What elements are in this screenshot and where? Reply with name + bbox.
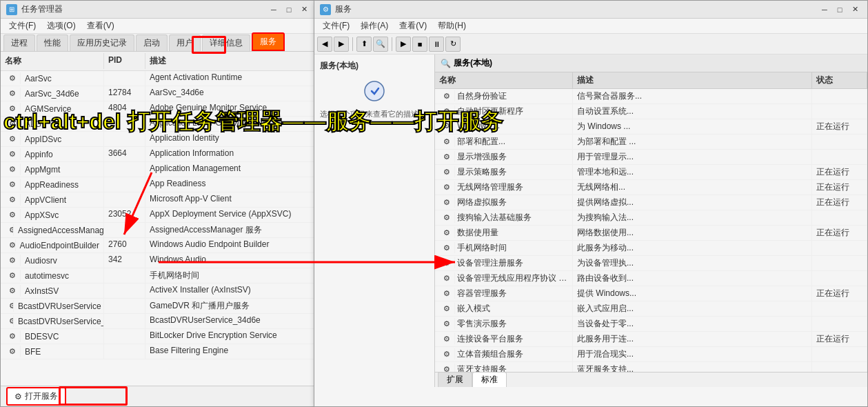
toolbar-pause[interactable]: ⏸	[429, 37, 444, 52]
maximize-button[interactable]: □	[282, 4, 296, 15]
services-minimize-button[interactable]: ─	[818, 4, 831, 15]
list-item[interactable]: ⚙显示策略服务 管理本地和远... 正在运行	[435, 165, 867, 180]
row-gear-icon: ⚙	[5, 270, 21, 281]
list-item[interactable]: ⚙搜狗输入法基础服务 为搜狗输入法...	[435, 210, 867, 226]
table-row[interactable]: ⚙AarSvc Agent Activation Runtime	[1, 71, 316, 86]
svc-status	[812, 135, 867, 149]
svc-menu-help[interactable]: 帮助(H)	[432, 19, 472, 33]
table-row[interactable]: ⚙AGMService 4804 Adobe Genuine Monitor S…	[1, 101, 316, 117]
toolbar-play[interactable]: ▶	[396, 37, 411, 52]
services-titlebar: ⚙ 服务 ─ □ ✕	[314, 1, 867, 19]
tab-standard[interactable]: 标准	[472, 372, 507, 387]
svc-menu-action[interactable]: 操作(A)	[355, 19, 394, 33]
toolbar-forward[interactable]: ▶	[334, 37, 349, 52]
table-row[interactable]: ⚙AarSvc_34d6e 12784 AarSvc_34d6e	[1, 86, 316, 101]
row-gear-icon: ⚙	[5, 315, 14, 327]
list-item[interactable]: ⚙零售演示服务 当设备处于零...	[435, 317, 867, 332]
tab-details[interactable]: 详细信息	[202, 34, 250, 51]
table-row[interactable]: ⚙BcastDVRUserService GameDVR 和广播用户服务	[1, 299, 316, 314]
svc-gear-icon: ⚙	[439, 272, 455, 284]
table-row[interactable]: ⚙BcastDVRUserService_34... BcastDVRUserS…	[1, 314, 316, 329]
tab-performance[interactable]: 性能	[37, 34, 68, 51]
tab-users[interactable]: 用户	[169, 34, 201, 51]
svc-status	[812, 347, 867, 361]
svc-menu-view[interactable]: 查看(V)	[394, 19, 432, 33]
svc-gear-icon: ⚙	[439, 348, 455, 359]
svc-gear-icon: ⚙	[439, 333, 455, 344]
table-row[interactable]: ⚙autotimesvc 手机网络时间	[1, 268, 316, 284]
open-services-button[interactable]: ⚙ 打开服务	[6, 387, 66, 406]
list-item[interactable]: ⚙数据使用量 网络数据使用... 正在运行	[435, 226, 867, 241]
row-gear-icon: ⚙	[5, 148, 21, 160]
list-item[interactable]: ⚙自动时区更新程序 自动设置系统...	[435, 104, 867, 119]
svc-name: ⚙Windows ...	[435, 119, 573, 134]
list-item[interactable]: ⚙显示增强服务 用于管理显示...	[435, 150, 867, 165]
table-row[interactable]: ⚙AppReadiness App Readiness	[1, 177, 316, 192]
table-row[interactable]: ⚙AxInstSV ActiveX Installer (AxInstSV)	[1, 284, 316, 299]
tab-apphistory[interactable]: 应用历史记录	[70, 34, 134, 51]
table-row[interactable]: ⚙Appinfo 3664 Application Information	[1, 147, 316, 162]
table-row[interactable]: ⚙AppXSvc 23052 AppX Deployment Service (…	[1, 208, 316, 223]
list-item[interactable]: ⚙网络虚拟服务 提供网络虚拟... 正在运行	[435, 195, 867, 210]
col-name[interactable]: 名称	[1, 53, 104, 69]
list-item[interactable]: ⚙无线网络管理服务 无线网络相... 正在运行	[435, 180, 867, 195]
services-maximize-button[interactable]: □	[833, 4, 847, 15]
tab-startup[interactable]: 启动	[136, 34, 168, 51]
table-row[interactable]: ⚙BFE Base Filtering Engine	[1, 344, 316, 359]
list-item[interactable]: ⚙立体音频组合服务 用于混合现实...	[435, 347, 867, 362]
list-item[interactable]: ⚙Windows ... 为 Windows ... 正在运行	[435, 119, 867, 135]
svc-col-desc[interactable]: 描述	[573, 72, 812, 88]
table-row[interactable]: ⚙AppVClient Microsoft App-V Client	[1, 192, 316, 208]
menu-view[interactable]: 查看(V)	[81, 19, 120, 33]
toolbar-search[interactable]: 🔍	[373, 37, 388, 52]
svc-name: ⚙零售演示服务	[435, 317, 573, 331]
svc-table-body: ⚙自然身份验证 信号聚合器服务... ⚙自动时区更新程序 自动设置系统... ⚙…	[435, 89, 867, 372]
services-close-button[interactable]: ✕	[848, 4, 862, 15]
close-button[interactable]: ✕	[297, 4, 311, 15]
list-item[interactable]: ⚙连接设备平台服务 此服务用于连... 正在运行	[435, 332, 867, 347]
toolbar-back[interactable]: ◀	[317, 37, 332, 52]
svc-gear-icon: ⚙	[439, 288, 455, 299]
table-row[interactable]: ⚙Audiosrv 342 Windows Audio	[1, 253, 316, 268]
menu-options[interactable]: 选项(O)	[41, 19, 81, 33]
svc-name: ⚙蓝牙支持服务	[435, 362, 573, 372]
row-gear-icon: ⚙	[5, 209, 21, 221]
menu-file[interactable]: 文件(F)	[3, 19, 41, 33]
col-desc[interactable]: 描述	[145, 53, 316, 69]
list-item[interactable]: ⚙手机网络时间 此服务为移动...	[435, 241, 867, 256]
list-item[interactable]: ⚙自然身份验证 信号聚合器服务...	[435, 89, 867, 104]
table-row[interactable]: ⚙AppMgmt Application Management	[1, 162, 316, 177]
list-item[interactable]: ⚙部署和配置... 为部署和配置 ...	[435, 135, 867, 150]
service-desc: Windows Audio Endpoint Builder	[145, 238, 316, 252]
tab-services[interactable]: 服务	[252, 32, 285, 51]
table-row[interactable]: ⚙AssignedAccessManager... AssignedAccess…	[1, 223, 316, 238]
service-name: ⚙AarSvc_34d6e	[1, 86, 104, 101]
list-item[interactable]: ⚙嵌入模式 嵌入式应用启...	[435, 301, 867, 317]
tab-expand[interactable]: 扩展	[438, 372, 472, 387]
list-item[interactable]: ⚙设备管理注册服务 为设备管理执...	[435, 256, 867, 271]
row-gear-icon: ⚙	[5, 300, 14, 312]
table-row[interactable]: ⚙ALG Application Layer Gateway Service	[1, 117, 316, 132]
col-pid[interactable]: PID	[104, 53, 145, 69]
svc-menu-file[interactable]: 文件(F)	[317, 19, 355, 33]
list-item[interactable]: ⚙容器管理服务 提供 Windows... 正在运行	[435, 286, 867, 301]
toolbar-refresh[interactable]: ↻	[445, 37, 461, 52]
tab-bar: 进程 性能 应用历史记录 启动 用户 详细信息 服务	[1, 34, 316, 52]
toolbar-stop[interactable]: ■	[412, 37, 427, 52]
svc-col-name[interactable]: 名称	[435, 72, 573, 88]
table-row[interactable]: ⚙AudioEndpointBuilder 2760 Windows Audio…	[1, 238, 316, 253]
minimize-button[interactable]: ─	[267, 4, 281, 15]
toolbar-up[interactable]: ⬆	[356, 37, 372, 52]
svc-col-status[interactable]: 状态	[812, 72, 867, 88]
svc-status: 正在运行	[812, 119, 867, 134]
list-item[interactable]: ⚙蓝牙支持服务 蓝牙服务支持...	[435, 362, 867, 372]
list-item[interactable]: ⚙设备管理无线应用程序协议 (WAP) 推送... 路由设备收到...	[435, 271, 867, 286]
svc-name: ⚙无线网络管理服务	[435, 180, 573, 195]
tab-process[interactable]: 进程	[3, 34, 35, 51]
services-menu: 文件(F) 操作(A) 查看(V) 帮助(H)	[314, 19, 867, 34]
svc-status	[812, 241, 867, 255]
svc-gear-icon: ⚙	[439, 303, 455, 314]
table-row[interactable]: ⚙AppIDSvc Application Identity	[1, 132, 316, 147]
table-row[interactable]: ⚙BDESVC BitLocker Drive Encryption Servi…	[1, 329, 316, 344]
svc-table-header: 名称 描述 状态	[435, 72, 867, 89]
